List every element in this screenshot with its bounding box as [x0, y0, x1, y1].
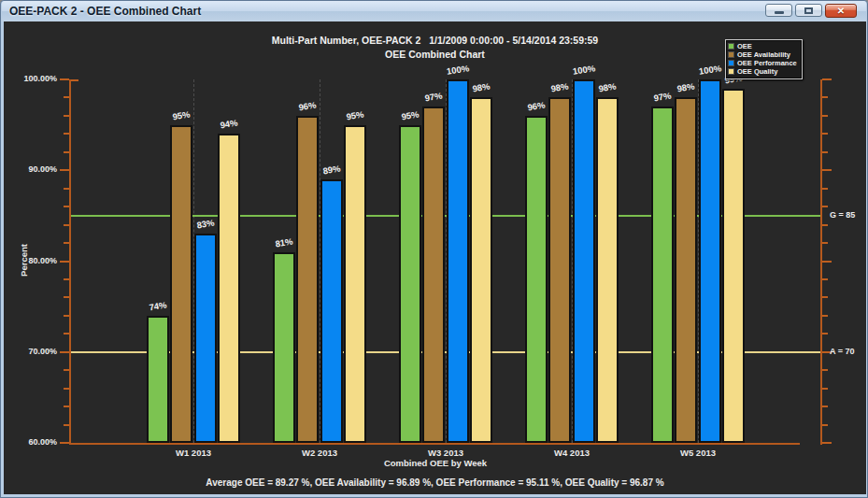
bar	[722, 89, 745, 443]
legend-swatch-icon	[728, 43, 734, 50]
legend-label: OEE Availability	[737, 50, 790, 59]
right-axis-tick	[822, 278, 828, 280]
legend-label: OEE Performance	[737, 59, 797, 67]
bar	[675, 97, 697, 443]
maximize-icon	[804, 7, 813, 14]
right-axis-tick	[822, 133, 828, 135]
bar	[399, 125, 421, 443]
y-tick-label: 60.00%	[4, 437, 57, 447]
bar	[344, 125, 366, 443]
x-axis-line	[69, 443, 800, 445]
reference-line-label: G = 85	[830, 210, 855, 220]
reference-line-label: A = 70	[830, 347, 854, 356]
right-axis-tick	[822, 296, 828, 298]
maximize-button[interactable]	[795, 4, 822, 17]
legend-item: OEE Quality	[728, 67, 797, 76]
bar-value-label: 96%	[287, 98, 329, 115]
y-axis-tick	[60, 78, 69, 80]
y-tick-label: 70.00%	[4, 347, 57, 356]
right-axis-tick	[822, 333, 828, 334]
right-axis-tick	[822, 442, 832, 444]
bar-value-label: 95%	[161, 107, 203, 123]
bar	[273, 252, 295, 443]
y-axis-tick	[64, 206, 69, 207]
y-tick-label: 80.00%	[4, 256, 57, 265]
close-icon: ✕	[837, 7, 845, 16]
y-axis-tick	[64, 188, 69, 190]
legend-swatch-icon	[728, 60, 734, 66]
right-axis-tick	[822, 424, 828, 426]
window-controls: ✕	[765, 4, 857, 18]
bar	[596, 97, 619, 443]
legend-item: OEE Performance	[728, 59, 797, 67]
right-axis-tick	[822, 151, 828, 153]
right-axis-tick	[822, 369, 828, 371]
bar	[651, 107, 674, 443]
right-axis-tick	[822, 242, 828, 244]
y-axis-line	[69, 79, 71, 445]
bar	[447, 79, 469, 443]
right-axis-tick	[822, 388, 828, 390]
y-axis-tick	[64, 133, 69, 135]
category-label: W2 2013	[277, 448, 362, 458]
bar	[525, 116, 548, 443]
y-axis-tick	[60, 442, 69, 444]
bar	[573, 79, 595, 443]
legend-swatch-icon	[728, 51, 734, 58]
y-tick-label: 100.00%	[4, 74, 57, 83]
y-axis-tick	[64, 224, 69, 226]
y-axis-tick	[64, 424, 69, 426]
y-axis-tick	[64, 242, 69, 244]
bar	[699, 79, 721, 443]
minimize-button[interactable]	[765, 4, 792, 17]
legend-item: OEE Availability	[728, 50, 797, 59]
bar	[320, 179, 343, 443]
chart-area: Multi-Part Number, OEE-PACK 2 1/1/2009 0…	[4, 21, 866, 494]
legend-label: OEE	[737, 42, 752, 50]
right-axis-tick	[822, 206, 828, 207]
window-title: OEE-PACK 2 - OEE Combined Chart	[9, 5, 201, 18]
y-axis-tick	[64, 115, 69, 117]
y-axis-tick	[64, 278, 69, 280]
bar	[170, 125, 192, 443]
bar	[548, 97, 571, 443]
y-axis-tick	[60, 351, 69, 353]
legend: OEEOEE AvailabilityOEE PerformanceOEE Qu…	[725, 39, 803, 79]
y-axis-tick	[64, 369, 69, 371]
category-label: W3 2013	[404, 448, 488, 458]
y-axis-tick	[60, 169, 69, 171]
right-axis-tick	[822, 261, 832, 263]
right-axis-tick	[822, 115, 828, 117]
right-axis-tick	[822, 169, 832, 171]
footer-summary: Average OEE = 89.27 %, OEE Availability …	[4, 477, 866, 488]
y-axis-tick	[64, 315, 69, 317]
y-axis-cap	[71, 79, 78, 81]
app-window: OEE-PACK 2 - OEE Combined Chart ✕ Multi-…	[0, 0, 868, 498]
minimize-icon	[775, 11, 784, 14]
category-label: W4 2013	[530, 448, 614, 458]
y-axis-tick	[64, 151, 69, 153]
y-axis-tick	[64, 96, 69, 98]
legend-swatch-icon	[728, 68, 734, 75]
close-button[interactable]: ✕	[825, 4, 857, 18]
y-axis-tick	[64, 406, 69, 407]
x-axis-title: Combined OEE by Week	[71, 458, 800, 468]
right-axis-tick	[822, 315, 828, 317]
right-axis-tick	[822, 78, 832, 80]
bar-value-label: 100%	[436, 62, 478, 78]
category-label: W5 2013	[656, 448, 740, 458]
bar	[218, 134, 240, 443]
category-label: W1 2013	[151, 448, 235, 458]
y-axis-tick	[64, 333, 69, 334]
y-axis-tick	[64, 296, 69, 298]
y-tick-label: 90.00%	[4, 164, 57, 174]
y-axis-tick	[64, 388, 69, 390]
y-axis-tick	[60, 261, 69, 263]
right-axis-tick	[822, 224, 828, 226]
right-axis-tick	[822, 96, 828, 98]
legend-item: OEE	[728, 42, 797, 50]
right-axis-tick	[822, 188, 828, 190]
titlebar[interactable]: OEE-PACK 2 - OEE Combined Chart ✕	[2, 1, 866, 21]
legend-label: OEE Quality	[737, 67, 777, 76]
bar	[470, 97, 492, 443]
